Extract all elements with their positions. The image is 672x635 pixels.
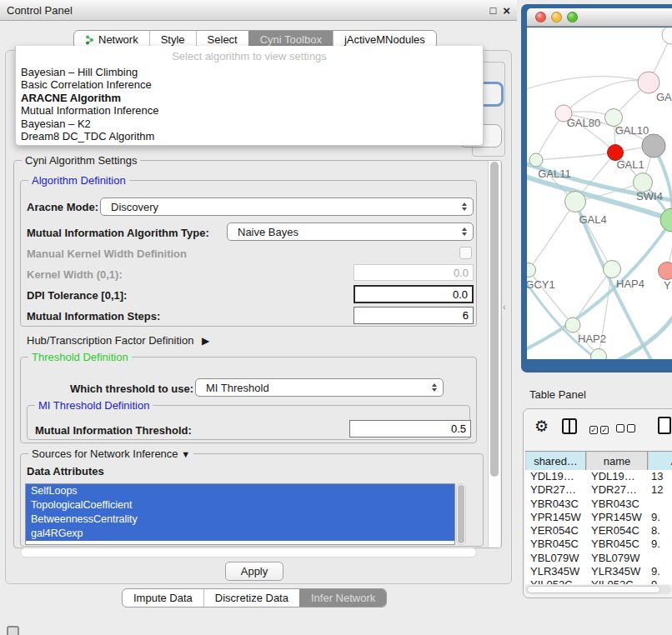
table-body: YDL19…YDL19…13YDR27…YDR27…12YBR043CYBR04… <box>525 470 672 584</box>
attribute-item-selfloops[interactable]: SelfLoops <box>26 484 454 498</box>
attributes-scrollbar-track[interactable] <box>456 483 466 545</box>
table-cell: YIL052C <box>525 578 586 584</box>
table-row[interactable]: YBR043CYBR043C <box>525 498 672 511</box>
network-node-gal11[interactable] <box>529 153 543 167</box>
kernel-width-field <box>354 264 474 281</box>
attribute-item-betweennesscentrality[interactable]: BetweennessCentrality <box>26 512 454 527</box>
stepper-icon <box>462 202 467 211</box>
network-edge <box>610 314 672 359</box>
table-row[interactable]: YDR27…YDR27…12 <box>525 483 672 497</box>
network-node-y[interactable] <box>659 262 672 280</box>
table-cell: YBL079W <box>586 552 648 565</box>
tab-label: Select <box>208 33 238 46</box>
manual-kernel-label: Manual Kernel Width Definition <box>27 248 187 260</box>
data-attributes-list[interactable]: SelfLoopsTopologicalCoefficientBetweenne… <box>25 483 455 545</box>
table-row[interactable]: YIL052CYIL052C9. <box>525 578 672 584</box>
mi-steps-field[interactable] <box>354 307 474 324</box>
network-node[interactable] <box>660 208 672 232</box>
traffic-light-close-button[interactable] <box>535 12 546 22</box>
attribute-item-topologicalcoefficient[interactable]: TopologicalCoefficient <box>26 498 454 512</box>
table-cell: YER054C <box>525 524 586 538</box>
column-header-shared[interactable]: shared… <box>525 452 586 470</box>
dropdown-item-aracne-algorithm[interactable]: ARACNE Algorithm <box>16 92 483 104</box>
which-threshold-combobox[interactable]: MI Threshold <box>195 378 444 397</box>
aracne-mode-combobox[interactable]: Discovery <box>100 198 474 216</box>
network-canvas[interactable]: GALGAL80GAL10GAL1GAL11SWI4GAL4GCY1HAP4YH… <box>527 28 672 359</box>
dpi-tolerance-field[interactable] <box>354 285 474 303</box>
dropdown-item-mutual-information-inference[interactable]: Mutual Information Inference <box>16 104 483 117</box>
dropdown-item-basic-correlation-inference[interactable]: Basic Correlation Inference <box>16 78 483 91</box>
network-node-gcy1[interactable] <box>527 263 536 278</box>
table-cell: 9. <box>648 565 672 578</box>
table-cell: YBL079W <box>525 552 586 565</box>
column-header-a[interactable]: A <box>648 452 672 470</box>
tab-discretize-data[interactable]: Discretize Data <box>203 589 299 607</box>
network-window-titlebar[interactable] <box>527 8 672 27</box>
tab-label: Network <box>98 33 138 46</box>
table-row[interactable]: YBR045CYBR045C9. <box>525 538 672 551</box>
table-panel: ⚙ ✓✓ shared…nameA YDL19…YDL19…13YDR27…YD… <box>523 408 672 598</box>
close-icon[interactable]: × <box>503 3 510 18</box>
table-cell: 9. <box>648 511 672 524</box>
control-panel-title: Control Panel <box>7 4 73 17</box>
dpi-tolerance-label: DPI Tolerance [0,1]: <box>27 289 127 302</box>
dropdown-item-bayesian-hill-climbing[interactable]: Bayesian – Hill Climbing <box>16 66 483 78</box>
which-threshold-label: Which threshold to use: <box>70 382 193 395</box>
table-panel-title: Table Panel <box>529 388 586 401</box>
tab-infer-network[interactable]: Infer Network <box>299 589 386 607</box>
split-columns-icon[interactable] <box>562 418 577 434</box>
bottom-tab-bar: Impute DataDiscretize DataInfer Network <box>122 588 387 608</box>
settings-scrollbar-track[interactable] <box>488 161 500 548</box>
table-row[interactable]: YBL079WYBL079W <box>525 552 672 565</box>
table-row[interactable]: YDL19…YDL19…13 <box>525 470 672 483</box>
traffic-light-zoom-button[interactable] <box>567 12 578 22</box>
table-row[interactable]: YPR145WYPR145W9. <box>525 511 672 524</box>
file-icon[interactable] <box>658 417 671 434</box>
checked-boxes-icon[interactable]: ✓✓ <box>589 422 611 435</box>
table-cell: YDR27… <box>525 483 586 497</box>
tab-label: Impute Data <box>133 592 193 604</box>
attributes-scrollbar-thumb[interactable] <box>458 485 464 543</box>
tab-impute-data[interactable]: Impute Data <box>123 589 203 607</box>
settings-scrollbar-thumb[interactable] <box>490 162 499 477</box>
bottom-corner-icon[interactable] <box>7 626 19 635</box>
attributes-hscrollbar[interactable] <box>20 548 477 558</box>
table-row[interactable]: YLR345WYLR345W9. <box>525 565 672 578</box>
table-cell: YDR27… <box>586 483 648 497</box>
hub-tf-expander[interactable]: Hub/Transcription Factor Definition ▶ <box>27 334 209 347</box>
unchecked-boxes-icon[interactable] <box>616 422 638 435</box>
tab-label: Discretize Data <box>215 592 288 604</box>
table-cell: 9. <box>648 578 672 584</box>
dropdown-item-bayesian-k2[interactable]: Bayesian – K2 <box>16 118 483 130</box>
mi-type-combobox[interactable]: Naive Bayes <box>227 222 474 241</box>
node-label-gal4: GAL4 <box>579 213 606 226</box>
mi-threshold-label: Mutual Information Threshold: <box>35 424 192 437</box>
panel-splitter-handle[interactable]: ‹ <box>503 302 510 312</box>
network-node[interactable] <box>662 28 672 44</box>
sources-group-title[interactable]: Sources for Network Inference ▼ <box>28 448 193 460</box>
gear-icon[interactable]: ⚙ <box>534 418 549 434</box>
attribute-item-gal4rgexp[interactable]: gal4RGexp <box>26 527 454 541</box>
aracne-mode-label: Aracne Mode: <box>27 201 98 213</box>
column-header-name[interactable]: name <box>586 452 648 470</box>
network-node-gal4[interactable] <box>565 192 586 212</box>
apply-button[interactable]: Apply <box>225 562 283 581</box>
dropdown-placeholder: Select algorithm to view settings <box>16 46 483 66</box>
manual-kernel-checkbox <box>459 247 472 259</box>
expand-right-icon: ▶ <box>202 335 209 347</box>
network-node-hap4[interactable] <box>604 261 621 278</box>
network-edge <box>536 152 615 160</box>
network-node[interactable] <box>642 134 665 158</box>
table-cell: YBR045C <box>525 538 586 551</box>
table-cell: YPR145W <box>586 511 648 524</box>
mi-threshold-field[interactable] <box>349 420 471 438</box>
network-node-hap2[interactable] <box>565 318 580 332</box>
dropdown-item-dream8-dc-tdc-algorithm[interactable]: Dream8 DC_TDC Algorithm <box>16 130 483 142</box>
sources-title-text: Sources for Network Inference <box>32 448 178 460</box>
table-hscrollbar-thumb[interactable] <box>527 586 660 593</box>
table-row[interactable]: YER054CYER054C8. <box>525 524 672 538</box>
float-window-icon[interactable]: □ <box>489 4 496 17</box>
table-hscrollbar-track[interactable] <box>525 585 671 594</box>
node-label-gal: GAL <box>656 91 672 103</box>
traffic-light-minimize-button[interactable] <box>551 12 562 22</box>
